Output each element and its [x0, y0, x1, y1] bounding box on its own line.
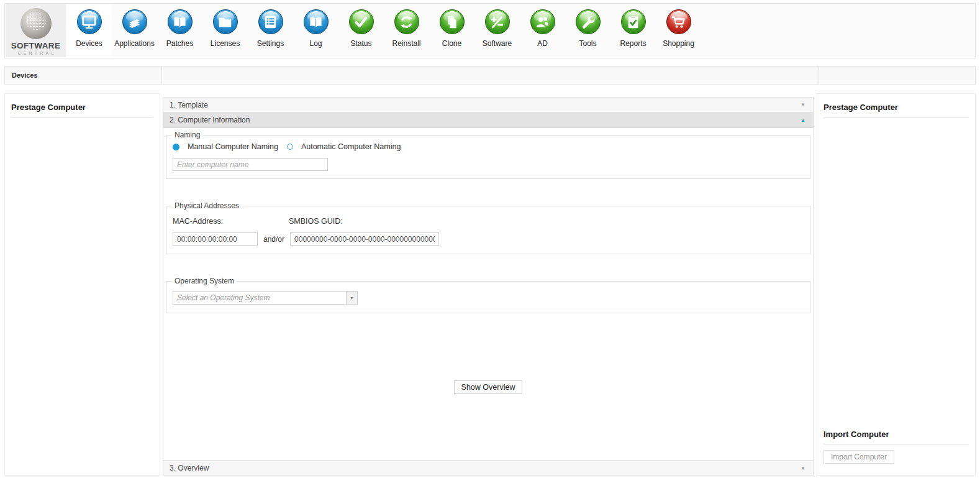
- ad-icon: [530, 9, 555, 34]
- operating-system-legend: Operating System: [172, 277, 237, 285]
- breadcrumb-cell-empty: [162, 67, 819, 84]
- settings-icon: [258, 9, 283, 34]
- softwarecentral-logo-icon: [20, 8, 52, 39]
- toolbar-item-shopping[interactable]: Shopping: [656, 4, 701, 58]
- smbios-guid-label: SMBIOS GUID:: [289, 217, 343, 226]
- left-panel: Prestage Computer: [4, 93, 160, 476]
- dropdown-arrow-icon[interactable]: ▼: [346, 292, 357, 304]
- accordion-header-template[interactable]: 1. Template ▼: [163, 97, 814, 113]
- toolbar-item-label: Status: [350, 39, 371, 48]
- reports-icon: [621, 9, 646, 34]
- breadcrumb-label: Devices: [12, 71, 38, 79]
- toolbar-item-status[interactable]: Status: [338, 4, 384, 58]
- naming-radio-row: Manual Computer Naming Automatic Compute…: [173, 142, 805, 151]
- software-icon: [485, 9, 510, 34]
- right-panel: Prestage Computer Import Computer Import…: [817, 93, 976, 476]
- import-computer-heading: Import Computer: [823, 430, 969, 444]
- import-computer-button[interactable]: Import Computer: [823, 450, 894, 464]
- shopping-icon: [666, 9, 691, 34]
- operating-system-placeholder: Select an Operating System: [173, 292, 346, 304]
- left-panel-title: Prestage Computer: [11, 94, 153, 118]
- toolbar-item-clone[interactable]: Clone: [429, 4, 474, 58]
- computer-name-input[interactable]: [173, 158, 328, 171]
- toolbar-item-label: Tools: [579, 39, 596, 48]
- automatic-naming-label: Automatic Computer Naming: [301, 142, 401, 151]
- accordion-computer-information-title: 2. Computer Information: [170, 116, 250, 124]
- toolbar-item-reports[interactable]: Reports: [610, 4, 656, 58]
- toolbar-item-log[interactable]: Log: [293, 4, 338, 58]
- app-logo: SOFTWARE CENTRAL: [6, 4, 66, 57]
- toolbar-item-label: Devices: [76, 39, 102, 48]
- andor-label: and/or: [263, 235, 284, 244]
- radio-selected-icon[interactable]: [173, 144, 179, 150]
- toolbar-item-label: Reinstall: [392, 39, 420, 48]
- clone-icon: [440, 9, 465, 34]
- toolbar: SOFTWARE CENTRAL DevicesApplicationsPatc…: [4, 3, 976, 58]
- applications-icon: [122, 9, 147, 34]
- right-panel-title: Prestage Computer: [823, 94, 969, 118]
- physical-addresses-labels: MAC-Address: SMBIOS GUID:: [173, 217, 805, 226]
- breadcrumb: Devices: [4, 66, 976, 85]
- log-icon: [304, 9, 329, 34]
- physical-addresses-legend: Physical Addresses: [172, 201, 242, 210]
- licenses-icon: [213, 9, 238, 34]
- toolbar-item-settings[interactable]: Settings: [248, 4, 293, 58]
- show-overview-button[interactable]: Show Overview: [454, 380, 523, 394]
- accordion-header-overview[interactable]: 3. Overview ▼: [163, 461, 814, 476]
- toolbar-item-patches[interactable]: Patches: [157, 4, 202, 58]
- accordion-header-computer-information[interactable]: 2. Computer Information ▲: [163, 113, 814, 128]
- radio-unselected-icon[interactable]: [287, 144, 293, 150]
- toolbar-item-tools[interactable]: Tools: [565, 4, 610, 58]
- toolbar-item-label: Settings: [257, 39, 284, 48]
- smbios-guid-input[interactable]: [290, 232, 439, 246]
- toolbar-item-ad[interactable]: AD: [520, 4, 565, 58]
- accordion-overview-title: 3. Overview: [170, 464, 209, 472]
- toolbar-item-label: Reports: [620, 39, 646, 48]
- toolbar-nav: DevicesApplicationsPatchesLicensesSettin…: [66, 4, 701, 58]
- toolbar-item-label: Shopping: [663, 39, 694, 48]
- chevron-up-icon: ▲: [801, 117, 805, 123]
- physical-addresses-inputs: and/or: [173, 232, 805, 246]
- toolbar-item-licenses[interactable]: Licenses: [202, 4, 248, 58]
- naming-legend: Naming: [172, 131, 202, 139]
- toolbar-item-label: Patches: [166, 39, 193, 48]
- accordion-template-title: 1. Template: [170, 101, 208, 109]
- main-content: Prestage Computer 1. Template ▼ 2. Compu…: [4, 93, 976, 476]
- logo-text-central: CENTRAL: [17, 51, 56, 55]
- automatic-naming-radio[interactable]: Automatic Computer Naming: [287, 142, 401, 151]
- reinstall-icon: [394, 9, 419, 34]
- toolbar-item-label: AD: [537, 39, 548, 48]
- breadcrumb-item-devices[interactable]: Devices: [5, 67, 162, 84]
- mac-address-input[interactable]: [173, 232, 258, 246]
- chevron-down-icon: ▼: [801, 102, 805, 108]
- status-icon: [349, 9, 374, 34]
- right-panel-spacer: [817, 118, 975, 430]
- toolbar-item-software[interactable]: Software: [474, 4, 520, 58]
- breadcrumb-cell-empty-right: [819, 67, 975, 84]
- toolbar-item-label: Software: [483, 39, 512, 48]
- toolbar-item-label: Applications: [114, 39, 155, 48]
- tools-icon: [576, 9, 601, 34]
- toolbar-item-label: Licenses: [211, 39, 240, 48]
- manual-naming-label: Manual Computer Naming: [188, 142, 278, 151]
- operating-system-dropdown[interactable]: Select an Operating System ▼: [173, 291, 358, 305]
- patches-icon: [168, 9, 193, 34]
- prestage-accordion: 1. Template ▼ 2. Computer Information ▲ …: [163, 97, 814, 476]
- devices-icon: [77, 9, 102, 34]
- toolbar-item-reinstall[interactable]: Reinstall: [384, 4, 429, 58]
- operating-system-group: Operating System Select an Operating Sys…: [166, 277, 810, 313]
- physical-addresses-group: Physical Addresses MAC-Address: SMBIOS G…: [166, 201, 810, 254]
- toolbar-item-applications[interactable]: Applications: [112, 4, 157, 58]
- chevron-down-icon: ▼: [801, 466, 805, 471]
- naming-group: Naming Manual Computer Naming Automatic …: [166, 131, 810, 179]
- toolbar-item-label: Clone: [442, 39, 461, 48]
- computer-information-body: Naming Manual Computer Naming Automatic …: [163, 128, 814, 461]
- toolbar-item-label: Log: [309, 39, 322, 48]
- logo-text-software: SOFTWARE: [11, 41, 61, 50]
- toolbar-item-devices[interactable]: Devices: [66, 4, 112, 58]
- manual-naming-radio[interactable]: Manual Computer Naming: [173, 142, 278, 151]
- mac-address-label: MAC-Address:: [173, 217, 289, 226]
